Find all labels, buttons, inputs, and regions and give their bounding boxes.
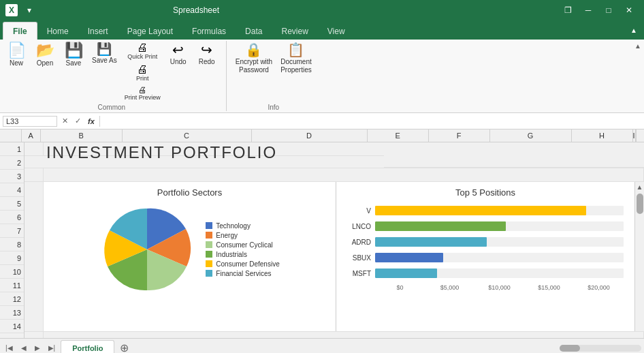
last-sheet-button[interactable]: ▶| <box>46 343 59 353</box>
row-num-3[interactable]: 3 <box>0 170 24 183</box>
row-14 <box>25 332 644 338</box>
legend-consumer-defensive: Consumer Defensive <box>206 260 279 268</box>
row-num-11[interactable]: 11 <box>0 279 24 292</box>
cell-a2[interactable] <box>25 168 44 182</box>
row-num-14[interactable]: 14 <box>0 320 24 333</box>
col-header-h[interactable]: H <box>572 129 633 142</box>
minimize-button[interactable]: ─ <box>579 1 598 20</box>
bar-row-v: V <box>347 204 624 217</box>
col-header-f[interactable]: F <box>429 129 490 142</box>
axis-label-10k: $10,000 <box>474 284 524 291</box>
col-header-c[interactable]: C <box>123 129 252 142</box>
h-scroll-thumb[interactable] <box>560 345 580 352</box>
doc-properties-button[interactable]: 📋 Document Properties <box>277 41 315 76</box>
print-preview-button[interactable]: 🖨 Print Preview <box>122 85 163 102</box>
tab-data[interactable]: Data <box>236 23 272 40</box>
quick-access-dropdown[interactable]: ▾ <box>26 4 33 16</box>
redo-button[interactable]: ↪ Redo <box>193 41 221 68</box>
cell-b2[interactable] <box>44 168 644 182</box>
row-num-5[interactable]: 5 <box>0 197 24 211</box>
row-num-1[interactable]: 1 <box>0 142 24 156</box>
undo-button[interactable]: ↩ Undo <box>165 41 192 68</box>
row-num-2[interactable]: 2 <box>0 156 24 170</box>
col-header-g[interactable]: G <box>490 129 572 142</box>
ribbon-content-wrapper: 📄 New 📂 Open 💾 Save 💾 Save As <box>0 40 644 112</box>
bar-chart-area: V LNCO <box>342 202 629 294</box>
row-num-8[interactable]: 8 <box>0 238 24 251</box>
tab-home[interactable]: Home <box>37 23 78 40</box>
tab-review[interactable]: Review <box>272 23 317 40</box>
cell-reference-input[interactable] <box>3 116 57 127</box>
ribbon-tab-bar: File Home Insert Page Layout Formulas Da… <box>0 20 644 40</box>
pie-legend: Technology Energy Consumer Cyclical <box>206 222 279 277</box>
next-sheet-button[interactable]: ▶ <box>32 343 43 353</box>
title-bar-left: X ▾ Spreadsheet <box>5 4 219 16</box>
add-sheet-button[interactable]: ⊕ <box>117 341 131 353</box>
col-header-e[interactable]: E <box>368 129 429 142</box>
save-as-button[interactable]: 💾 Save As <box>88 41 120 67</box>
encrypt-icon: 🔒 <box>245 43 262 57</box>
bar-fill-sbux <box>375 253 443 262</box>
bar-track-v <box>375 206 624 215</box>
confirm-formula-button[interactable]: ✓ <box>73 117 83 125</box>
quick-print-button[interactable]: 🖨 Quick Print <box>122 41 163 61</box>
info-group-label: Info <box>232 104 315 111</box>
bar-fill-adrd <box>375 237 487 247</box>
cell-a1[interactable] <box>25 142 44 156</box>
cell-a-charts[interactable] <box>25 182 44 332</box>
right-scrollbar: ▲ <box>634 182 644 331</box>
open-button[interactable]: 📂 Open <box>31 41 59 70</box>
cell-a14[interactable] <box>25 332 44 338</box>
scroll-spacer <box>636 129 644 142</box>
col-header-d[interactable]: D <box>252 129 368 142</box>
prev-sheet-button[interactable]: ◀ <box>18 343 29 353</box>
bar-track-adrd <box>375 237 624 247</box>
ribbon-collapse-button[interactable]: ▲ <box>626 25 641 35</box>
tab-formulas[interactable]: Formulas <box>182 23 236 40</box>
tab-view[interactable]: View <box>318 23 355 40</box>
h-scroll-track[interactable] <box>560 345 641 352</box>
col-header-b[interactable]: B <box>41 129 123 142</box>
row-num-4[interactable]: 4 <box>0 183 24 197</box>
restore-button[interactable]: ❐ <box>558 1 577 20</box>
select-all-corner[interactable] <box>0 129 22 142</box>
bar-row-adrd: ADRD <box>347 236 624 248</box>
print-button[interactable]: 🖨 Print <box>122 63 163 83</box>
cell-b14[interactable] <box>44 332 644 338</box>
first-sheet-button[interactable]: |◀ <box>3 343 16 353</box>
bar-chart-container: Top 5 Positions V LNCO <box>336 182 634 332</box>
encrypt-button[interactable]: 🔒 Encrypt with Password <box>232 41 276 76</box>
scroll-up-arrow[interactable]: ▲ <box>635 182 644 192</box>
tab-insert[interactable]: Insert <box>78 23 118 40</box>
sheet-tab-bar: |◀ ◀ ▶ ▶| Portfolio ⊕ <box>0 338 644 353</box>
bar-axis: $0 $5,000 $10,000 $15,000 $20,000 <box>347 284 624 291</box>
tab-page-layout[interactable]: Page Layout <box>118 23 182 40</box>
row-num-7[interactable]: 7 <box>0 224 24 238</box>
maximize-button[interactable]: □ <box>599 1 618 20</box>
row-num-10[interactable]: 10 <box>0 265 24 279</box>
sheet-tab-portfolio[interactable]: Portfolio <box>61 340 114 354</box>
common-group-buttons: 📄 New 📂 Open 💾 Save 💾 Save As <box>3 41 221 102</box>
row-num-6[interactable]: 6 <box>0 211 24 224</box>
ribbon-collapse-chevron[interactable]: ▲ <box>634 42 641 50</box>
window-controls: ❐ ─ □ ✕ <box>558 1 639 20</box>
save-button[interactable]: 💾 Save <box>60 41 87 70</box>
bar-row-msft: MSFT <box>347 267 624 279</box>
axis-label-20k: $20,000 <box>574 284 624 291</box>
formula-input[interactable] <box>103 117 641 125</box>
row-num-12[interactable]: 12 <box>0 292 24 306</box>
close-button[interactable]: ✕ <box>619 1 639 20</box>
cancel-formula-button[interactable]: ✕ <box>60 117 70 125</box>
col-header-a[interactable]: A <box>22 129 41 142</box>
row-num-9[interactable]: 9 <box>0 251 24 265</box>
cell-b1[interactable]: INVESTMENT PORTFOLIO <box>44 142 384 156</box>
fx-button[interactable]: fx <box>86 117 97 125</box>
legend-consumer-cyclical: Consumer Cyclical <box>206 241 279 249</box>
row-num-13[interactable]: 13 <box>0 306 24 320</box>
legend-financial-services: Financial Services <box>206 270 279 277</box>
tab-file[interactable]: File <box>3 22 37 40</box>
bar-row-lnco: LNCO <box>347 220 624 232</box>
common-group: 📄 New 📂 Open 💾 Save 💾 Save As <box>3 41 221 111</box>
scroll-thumb-vertical[interactable] <box>637 194 643 214</box>
new-button[interactable]: 📄 New <box>3 41 30 70</box>
